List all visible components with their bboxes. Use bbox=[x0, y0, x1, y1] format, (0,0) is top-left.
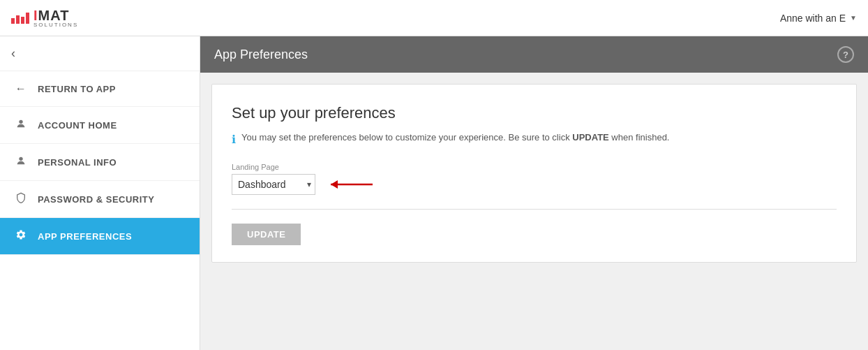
shield-icon bbox=[14, 192, 28, 206]
card-divider bbox=[232, 209, 837, 210]
sidebar-item-label: RETURN TO APP bbox=[38, 84, 116, 94]
info-icon: ℹ bbox=[232, 133, 236, 146]
landing-page-select-wrapper: Dashboard Reports Settings bbox=[232, 174, 315, 195]
logo-icon bbox=[11, 13, 29, 24]
help-icon[interactable]: ? bbox=[837, 46, 854, 63]
person-icon bbox=[14, 155, 28, 169]
arrow-left-icon: ← bbox=[14, 82, 28, 95]
card-title: Set up your preferences bbox=[232, 104, 837, 122]
sidebar-item-account-home[interactable]: ACCOUNT HOME bbox=[0, 107, 200, 144]
main-layout: ‹ ← RETURN TO APP ACCOUNT HOME PERSONAL … bbox=[0, 36, 868, 350]
logo-bar-1 bbox=[11, 18, 15, 24]
chevron-down-icon: ▼ bbox=[850, 14, 857, 22]
sidebar-collapse-button[interactable]: ‹ bbox=[0, 36, 200, 71]
svg-marker-3 bbox=[331, 180, 338, 189]
gear-icon bbox=[14, 229, 28, 243]
logo-bar-3 bbox=[21, 17, 24, 24]
sidebar-item-label: ACCOUNT HOME bbox=[38, 120, 117, 131]
landing-page-select[interactable]: Dashboard Reports Settings bbox=[232, 174, 315, 195]
landing-page-label: Landing Page bbox=[232, 163, 837, 171]
logo-imat: IMAT bbox=[33, 8, 78, 22]
info-row: ℹ You may set the preferences below to c… bbox=[232, 132, 837, 146]
logo-solutions: SOLUTIONS bbox=[33, 22, 78, 28]
sidebar-item-personal-info[interactable]: PERSONAL INFO bbox=[0, 144, 200, 181]
landing-page-field: Landing Page Dashboard Reports Settings bbox=[232, 163, 837, 195]
sidebar: ‹ ← RETURN TO APP ACCOUNT HOME PERSONAL … bbox=[0, 36, 200, 350]
content-area: App Preferences ? Set up your preference… bbox=[200, 36, 868, 350]
logo-text: IMAT SOLUTIONS bbox=[33, 8, 78, 28]
field-row: Dashboard Reports Settings bbox=[232, 174, 837, 195]
page-header-bar: App Preferences ? bbox=[200, 36, 868, 73]
logo-bar-2 bbox=[16, 15, 20, 24]
content-card: Set up your preferences ℹ You may set th… bbox=[211, 84, 857, 263]
sidebar-item-label: PERSONAL INFO bbox=[38, 157, 117, 168]
logo-bar-4 bbox=[26, 13, 29, 24]
svg-point-0 bbox=[19, 120, 22, 124]
sidebar-item-label: APP PREFERENCES bbox=[38, 231, 132, 242]
page-content: Set up your preferences ℹ You may set th… bbox=[200, 73, 868, 350]
sidebar-item-return-to-app[interactable]: ← RETURN TO APP bbox=[0, 71, 200, 107]
account-icon bbox=[14, 118, 28, 132]
sidebar-item-app-preferences[interactable]: APP PREFERENCES bbox=[0, 218, 200, 255]
user-menu[interactable]: Anne with an E ▼ bbox=[780, 13, 857, 24]
svg-point-1 bbox=[19, 157, 22, 161]
info-text: You may set the preferences below to cus… bbox=[241, 132, 669, 143]
logo: IMAT SOLUTIONS bbox=[11, 8, 78, 28]
sidebar-item-label: PASSWORD & SECURITY bbox=[38, 194, 154, 205]
red-arrow-annotation bbox=[324, 176, 380, 193]
collapse-icon: ‹ bbox=[11, 46, 15, 60]
sidebar-item-password-security[interactable]: PASSWORD & SECURITY bbox=[0, 181, 200, 218]
update-button[interactable]: UPDATE bbox=[232, 224, 301, 245]
top-header: IMAT SOLUTIONS Anne with an E ▼ bbox=[0, 0, 868, 36]
user-name: Anne with an E bbox=[780, 13, 846, 24]
page-title: App Preferences bbox=[214, 48, 308, 62]
